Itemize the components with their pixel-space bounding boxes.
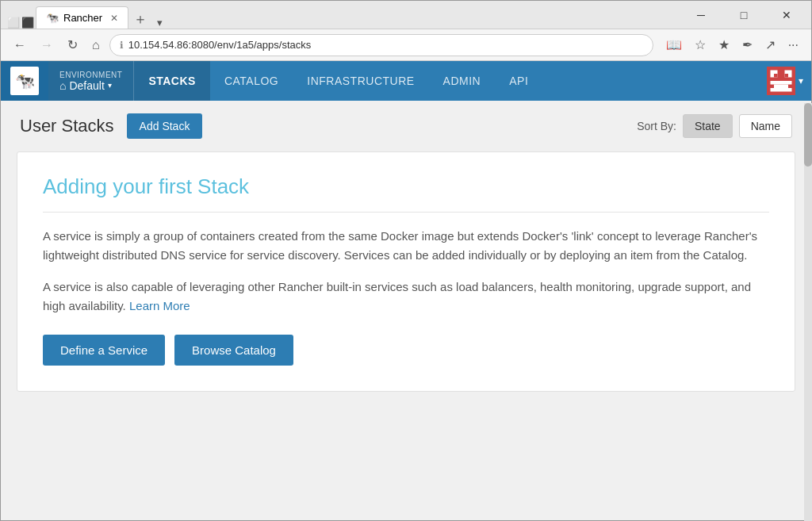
sort-label: Sort By: [637,120,676,132]
card-title: Adding your first Stack [43,174,769,199]
minimize-button[interactable]: ─ [683,1,719,29]
card-actions: Define a Service Browse Catalog [43,335,769,366]
reader-mode-button[interactable]: 📖 [661,34,687,56]
close-button[interactable]: ✕ [768,1,805,29]
favorites-button[interactable]: ★ [714,34,734,56]
svg-rect-7 [771,88,775,92]
define-service-button[interactable]: Define a Service [43,335,165,366]
chevron-down-icon: ▾ [799,75,803,86]
card-paragraph-2: A service is also capable of leveraging … [43,278,769,316]
user-avatar[interactable]: ▾ [759,61,811,101]
url-bar[interactable]: ℹ 10.154.54.86:8080/env/1a5/apps/stacks [109,34,653,56]
page-content: User Stacks Add Stack Sort By: State Nam… [1,101,811,520]
environment-value: ⌂ Default ▾ [59,79,122,92]
tab-favicon: 🐄 [46,12,59,24]
environment-selector[interactable]: Environment ⌂ Default ▾ [48,61,134,101]
tab-title: Rancher [63,12,102,24]
back-button[interactable]: ← [9,35,31,56]
tab-stack-icon: ⬛ [21,17,34,29]
svg-rect-8 [788,88,792,92]
svg-rect-5 [771,81,792,85]
bookmark-button[interactable]: ☆ [690,34,710,56]
sort-by-state-button[interactable]: State [683,114,733,138]
sort-controls: Sort By: State Name [637,114,792,138]
security-icon: ℹ [120,40,124,51]
nav-item-stacks[interactable]: STACKS [134,61,210,101]
nav-item-infrastructure[interactable]: INFRASTRUCTURE [293,61,428,101]
active-tab[interactable]: 🐄 Rancher ✕ [36,6,128,29]
share-button[interactable]: ↗ [760,34,780,56]
browse-catalog-button[interactable]: Browse Catalog [174,335,293,366]
browser-frame: ⬜ ⬛ 🐄 Rancher ✕ ＋ ▾ ─ □ ✕ ← → ↻ ⌂ ℹ 10.1… [0,0,812,521]
first-stack-card: Adding your first Stack A service is sim… [17,151,795,392]
tab-page-icon: ⬜ [7,17,20,29]
card-divider [43,212,769,213]
home-icon: ⌂ [59,79,66,92]
add-stack-button[interactable]: Add Stack [127,113,203,139]
window-controls: ─ □ ✕ [683,1,805,29]
card-paragraph-1: A service is simply a group of container… [43,227,769,265]
nav-item-admin[interactable]: ADMIN [429,61,496,101]
maximize-button[interactable]: □ [726,1,762,29]
tab-close-button[interactable]: ✕ [110,13,118,24]
address-bar: ← → ↻ ⌂ ℹ 10.154.54.86:8080/env/1a5/apps… [1,29,811,61]
title-bar: ⬜ ⬛ 🐄 Rancher ✕ ＋ ▾ ─ □ ✕ [1,1,811,29]
notes-button[interactable]: ✒ [737,34,757,56]
navbar: 🐄 Environment ⌂ Default ▾ STACKS CATALOG… [1,61,811,101]
learn-more-link[interactable]: Learn More [129,299,190,312]
refresh-button[interactable]: ↻ [63,34,82,56]
page-header: User Stacks Add Stack Sort By: State Nam… [1,101,811,151]
avatar-svg [767,67,795,95]
environment-name: Default [69,79,104,92]
nav-item-catalog[interactable]: CATALOG [210,61,293,101]
svg-rect-3 [774,74,778,78]
brand-logo[interactable]: 🐄 [1,61,48,101]
more-button[interactable]: ··· [783,34,803,56]
tab-list-button[interactable]: ▾ [152,17,167,29]
tab-group: ⬜ ⬛ 🐄 Rancher ✕ ＋ ▾ [7,1,167,29]
svg-rect-4 [785,74,789,78]
forward-button[interactable]: → [36,35,58,56]
home-button[interactable]: ⌂ [87,35,105,56]
nav-item-api[interactable]: API [495,61,542,101]
page-title: User Stacks [20,116,114,136]
card-body: A service is simply a group of container… [43,227,769,316]
new-tab-button[interactable]: ＋ [128,10,152,29]
url-text: 10.154.54.86:8080/env/1a5/apps/stacks [128,39,312,51]
sort-by-name-button[interactable]: Name [739,114,792,138]
browser-actions: 📖 ☆ ★ ✒ ↗ ··· [661,34,803,56]
brand-icon: 🐄 [10,67,39,95]
app: 🐄 Environment ⌂ Default ▾ STACKS CATALOG… [1,61,811,520]
avatar-image [767,67,795,95]
svg-rect-6 [774,85,788,92]
environment-label: Environment [59,71,122,79]
chevron-down-icon: ▾ [108,81,112,90]
nav-items: STACKS CATALOG INFRASTRUCTURE ADMIN API [134,61,542,101]
